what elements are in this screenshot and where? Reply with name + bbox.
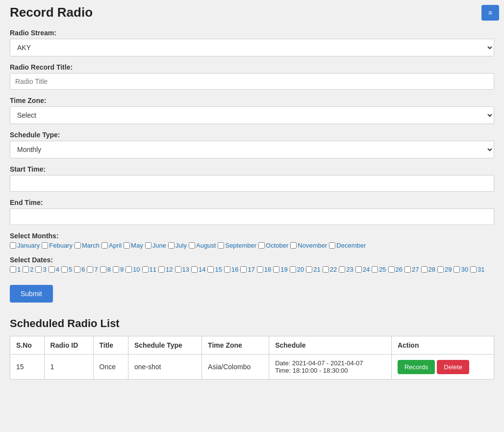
date-label[interactable]: 15 — [215, 266, 222, 273]
month-label[interactable]: June — [152, 242, 166, 249]
date-checkbox-31[interactable] — [470, 266, 477, 273]
schedule-type-select[interactable]: Monthly Once Daily Weekly — [10, 141, 494, 158]
radio-stream-select[interactable]: AKY Other — [10, 39, 494, 56]
month-label[interactable]: November — [298, 242, 327, 249]
month-checkbox-july[interactable] — [168, 242, 175, 249]
month-label[interactable]: July — [176, 242, 187, 249]
date-label[interactable]: 4 — [56, 266, 59, 273]
date-label[interactable]: 24 — [363, 266, 370, 273]
time-zone-select[interactable]: Select — [10, 106, 494, 124]
date-checkbox-item: 27 — [404, 266, 419, 273]
date-label[interactable]: 12 — [166, 266, 173, 273]
date-checkbox-12[interactable] — [158, 266, 165, 273]
date-label[interactable]: 27 — [412, 266, 419, 273]
date-label[interactable]: 19 — [280, 266, 287, 273]
month-checkbox-june[interactable] — [145, 242, 151, 249]
date-label[interactable]: 5 — [69, 266, 72, 273]
date-checkbox-7[interactable] — [87, 266, 93, 273]
date-checkbox-11[interactable] — [142, 266, 149, 273]
month-checkbox-august[interactable] — [189, 242, 195, 249]
date-checkbox-23[interactable] — [339, 266, 345, 273]
date-checkbox-10[interactable] — [126, 266, 132, 273]
date-label[interactable]: 29 — [445, 266, 452, 273]
month-label[interactable]: August — [196, 242, 216, 249]
date-label[interactable]: 6 — [81, 266, 85, 273]
month-label[interactable]: Febuary — [49, 242, 73, 249]
date-checkbox-14[interactable] — [191, 266, 198, 273]
date-label[interactable]: 1 — [17, 266, 21, 273]
month-checkbox-item: November — [290, 242, 327, 249]
date-label[interactable]: 31 — [478, 266, 484, 273]
date-checkbox-1[interactable] — [10, 266, 16, 273]
submit-button[interactable]: Submit — [10, 285, 53, 303]
date-label[interactable]: 25 — [379, 266, 386, 273]
date-checkbox-5[interactable] — [61, 266, 68, 273]
delete-button[interactable]: Delete — [437, 360, 469, 374]
date-label[interactable]: 30 — [461, 266, 468, 273]
date-label[interactable]: 7 — [94, 266, 98, 273]
month-checkbox-febuary[interactable] — [42, 242, 48, 249]
date-checkbox-28[interactable] — [421, 266, 428, 273]
date-checkbox-22[interactable] — [323, 266, 329, 273]
records-button[interactable]: Records — [398, 360, 435, 374]
end-time-input[interactable]: 9:55 PM — [10, 208, 494, 225]
date-checkbox-17[interactable] — [240, 266, 247, 273]
month-label[interactable]: September — [225, 242, 256, 249]
date-label[interactable]: 26 — [396, 266, 403, 273]
date-checkbox-9[interactable] — [113, 266, 119, 273]
date-checkbox-6[interactable] — [74, 266, 80, 273]
month-checkbox-november[interactable] — [290, 242, 297, 249]
date-checkbox-24[interactable] — [355, 266, 362, 273]
date-checkbox-16[interactable] — [224, 266, 230, 273]
month-label[interactable]: March — [82, 242, 100, 249]
date-label[interactable]: 17 — [248, 266, 254, 273]
date-label[interactable]: 14 — [199, 266, 205, 273]
date-checkbox-30[interactable] — [454, 266, 460, 273]
month-checkbox-december[interactable] — [329, 242, 335, 249]
date-checkbox-19[interactable] — [273, 266, 279, 273]
date-label[interactable]: 21 — [313, 266, 320, 273]
date-label[interactable]: 20 — [297, 266, 304, 273]
date-checkbox-29[interactable] — [437, 266, 444, 273]
date-label[interactable]: 10 — [133, 266, 140, 273]
month-checkbox-september[interactable] — [218, 242, 224, 249]
date-checkbox-item: 22 — [323, 266, 337, 273]
date-checkbox-item: 2 — [23, 266, 33, 273]
date-checkbox-3[interactable] — [35, 266, 42, 273]
date-label[interactable]: 22 — [330, 266, 337, 273]
date-label[interactable]: 23 — [346, 266, 353, 273]
date-label[interactable]: 13 — [182, 266, 189, 273]
date-checkbox-26[interactable] — [388, 266, 395, 273]
date-label[interactable]: 9 — [120, 266, 124, 273]
start-time-input[interactable]: 9:55 PM — [10, 175, 494, 192]
date-label[interactable]: 8 — [107, 266, 111, 273]
date-label[interactable]: 11 — [150, 266, 156, 273]
month-label[interactable]: May — [131, 242, 143, 249]
date-label[interactable]: 28 — [428, 266, 435, 273]
date-label[interactable]: 2 — [30, 266, 33, 273]
date-checkbox-15[interactable] — [207, 266, 214, 273]
date-label[interactable]: 18 — [264, 266, 271, 273]
date-checkbox-27[interactable] — [404, 266, 411, 273]
date-checkbox-20[interactable] — [290, 266, 296, 273]
date-checkbox-18[interactable] — [257, 266, 263, 273]
month-label[interactable]: January — [17, 242, 40, 249]
month-checkbox-january[interactable] — [10, 242, 16, 249]
month-checkbox-may[interactable] — [124, 242, 130, 249]
month-label[interactable]: April — [109, 242, 122, 249]
top-menu-button[interactable]: ≡ — [481, 5, 499, 21]
month-checkbox-october[interactable] — [258, 242, 265, 249]
radio-record-title-input[interactable] — [10, 73, 494, 90]
date-label[interactable]: 3 — [43, 266, 46, 273]
month-label[interactable]: December — [336, 242, 366, 249]
month-label[interactable]: October — [266, 242, 288, 249]
month-checkbox-april[interactable] — [101, 242, 108, 249]
date-checkbox-2[interactable] — [23, 266, 29, 273]
date-checkbox-8[interactable] — [100, 266, 106, 273]
date-checkbox-25[interactable] — [372, 266, 378, 273]
date-checkbox-4[interactable] — [49, 266, 55, 273]
date-checkbox-21[interactable] — [306, 266, 312, 273]
date-label[interactable]: 16 — [231, 266, 238, 273]
month-checkbox-march[interactable] — [75, 242, 81, 249]
date-checkbox-13[interactable] — [175, 266, 181, 273]
